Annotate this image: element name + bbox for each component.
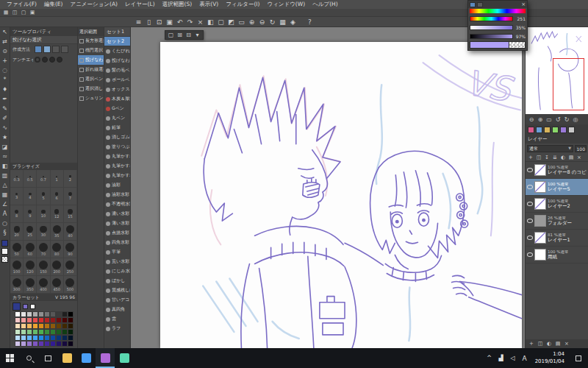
layer-visibility-icon[interactable] xyxy=(527,219,533,223)
brush-item[interactable]: ぼかし xyxy=(104,276,130,286)
brush-size-cell[interactable]: 90 xyxy=(64,241,77,258)
color-swatch[interactable] xyxy=(62,323,68,329)
layer-visibility-icon[interactable] xyxy=(527,168,533,172)
brush-size-cell[interactable]: 25 xyxy=(24,223,37,241)
close-icon[interactable]: × xyxy=(521,1,526,8)
network-icon[interactable]: ▟ xyxy=(495,355,507,361)
color-set-icon[interactable] xyxy=(544,127,551,133)
layer-row[interactable]: 100 %通常 レイヤー5 xyxy=(526,179,588,196)
redo-icon[interactable]: ↷ xyxy=(185,18,195,26)
rgb-tab[interactable] xyxy=(477,2,483,7)
color-swatch[interactable] xyxy=(50,329,56,335)
file-explorer-icon[interactable] xyxy=(57,348,76,368)
brush-item[interactable]: 木炭＆厚塗り xyxy=(104,94,130,104)
nav-zoom-in-icon[interactable]: ⊕ xyxy=(537,116,544,123)
layer-move-tool[interactable]: ⇄ xyxy=(0,37,10,46)
brush-size-cell[interactable]: 50 xyxy=(10,241,24,258)
color-swatch[interactable] xyxy=(68,311,74,317)
brush-size-cell[interactable]: 400 xyxy=(37,276,50,294)
save-file-icon[interactable]: ▣ xyxy=(165,18,174,26)
new-layer-icon[interactable]: + xyxy=(527,155,534,160)
clip-studio-paint-icon[interactable] xyxy=(96,348,115,368)
text-tool[interactable]: A xyxy=(0,209,10,219)
color-swatch[interactable] xyxy=(15,317,21,323)
brush-size-cell[interactable]: 12 xyxy=(51,205,64,223)
layer-visibility-icon[interactable] xyxy=(527,202,533,206)
color-swatch[interactable] xyxy=(21,335,26,341)
nav-rotate-right-icon[interactable]: ↻ xyxy=(563,116,570,123)
fill-tool[interactable]: ◧ xyxy=(0,161,10,171)
layer-visibility-icon[interactable] xyxy=(527,252,533,257)
footer-mask-icon[interactable]: ◐ xyxy=(545,341,553,347)
task-view-button[interactable] xyxy=(38,348,57,368)
main-color-chip[interactable] xyxy=(1,240,8,247)
brush-item[interactable]: 雲 xyxy=(104,314,130,324)
menu-item[interactable]: 選択範囲(S) xyxy=(159,0,196,9)
subtool-item[interactable]: 楕円選択 xyxy=(78,46,104,55)
color-swatch[interactable] xyxy=(32,335,38,341)
transfer-down-icon[interactable]: ↧ xyxy=(543,155,551,160)
color-swatch[interactable] xyxy=(26,311,32,317)
color-swatch[interactable] xyxy=(68,335,74,341)
brush-size-cell[interactable]: 20 xyxy=(10,223,24,241)
select-subtract-icon[interactable]: ⊟ xyxy=(184,32,193,38)
menu-item[interactable]: レイヤー(L) xyxy=(121,0,159,9)
color-swatch[interactable] xyxy=(68,341,74,347)
navigator-view-rectangle[interactable] xyxy=(553,58,584,110)
color-swatch[interactable] xyxy=(44,341,50,347)
color-swatch[interactable] xyxy=(26,335,32,341)
brush-item[interactable]: 点描水彩 xyxy=(104,228,130,238)
mode-subtract-selection-button[interactable] xyxy=(52,46,60,53)
mixing-palette-icon[interactable] xyxy=(552,127,559,133)
brush-size-cell[interactable]: 2 xyxy=(64,170,77,188)
brush-item[interactable]: 油彩水彩 xyxy=(104,190,130,199)
workspace-grid-icon[interactable]: ▦ xyxy=(2,10,10,15)
select-new-icon[interactable]: ▢ xyxy=(167,32,175,38)
color-swatch[interactable] xyxy=(68,317,74,323)
brush-size-cell[interactable]: 30 xyxy=(37,223,50,241)
transparent-swatch[interactable] xyxy=(509,41,526,49)
color-swatch[interactable] xyxy=(62,329,68,335)
ime-indicator[interactable]: A xyxy=(519,355,531,362)
brush-item[interactable]: 濃い水彩 xyxy=(104,209,130,219)
approximate-color-icon[interactable] xyxy=(560,127,567,133)
brush-item[interactable]: くたびれ鉛筆 xyxy=(104,46,130,56)
brush-item[interactable]: 平筆 xyxy=(104,247,130,257)
open-file-icon[interactable]: ⊡ xyxy=(154,18,164,26)
nav-zoom-out-icon[interactable]: ⊖ xyxy=(528,116,535,123)
color-swatch[interactable] xyxy=(26,341,32,347)
secondary-color-chip[interactable] xyxy=(23,304,28,309)
taskbar-clock[interactable]: 1:04 2019/01/04 xyxy=(531,351,569,364)
brush-item[interactable]: 髪の毛ペン xyxy=(104,66,130,75)
layer-mask-icon[interactable]: ◐ xyxy=(559,155,567,160)
brush-item[interactable]: ラフ xyxy=(104,324,130,333)
zoom-tool[interactable]: ⊙ xyxy=(0,46,10,56)
antialias-none-button[interactable] xyxy=(35,57,40,63)
subtool-item[interactable]: 投げなわ選択 xyxy=(78,55,104,65)
color-swatch[interactable] xyxy=(50,335,56,341)
color-swatch[interactable] xyxy=(56,335,62,341)
select-menu-icon[interactable]: ▾ xyxy=(193,32,201,38)
color-swatch[interactable] xyxy=(38,335,44,341)
color-swatch[interactable] xyxy=(21,323,26,329)
subtool-item[interactable]: シュリンク選択 xyxy=(78,93,104,103)
subtool-item[interactable]: 折れ線選択 xyxy=(78,65,104,74)
footer-new-folder-icon[interactable]: ◫ xyxy=(537,341,544,347)
layer-row[interactable]: 100 %通常 レイヤー2 xyxy=(526,196,588,213)
layer-visibility-icon[interactable] xyxy=(527,185,533,189)
antialias-weak-button[interactable] xyxy=(42,57,48,63)
footer-palette-icon[interactable]: ▤ xyxy=(554,341,562,347)
slider-value[interactable]: 35% xyxy=(514,25,526,30)
brush-size-cell[interactable]: 9 xyxy=(24,205,37,223)
brush-item[interactable]: 四角水彩 xyxy=(104,238,130,247)
color-swatch[interactable] xyxy=(44,335,50,341)
brush-set-tab[interactable]: セット2 xyxy=(104,37,130,46)
color-swatch[interactable] xyxy=(44,323,50,329)
action-center-button[interactable] xyxy=(569,348,588,368)
color-swatch[interactable] xyxy=(15,329,21,335)
brush-size-cell[interactable]: 35 xyxy=(51,223,64,241)
hue-slider[interactable] xyxy=(470,16,513,21)
menu-item[interactable]: ウィンドウ(W) xyxy=(263,0,309,9)
color-swatch[interactable] xyxy=(32,311,38,317)
color-swatch[interactable] xyxy=(32,329,38,335)
